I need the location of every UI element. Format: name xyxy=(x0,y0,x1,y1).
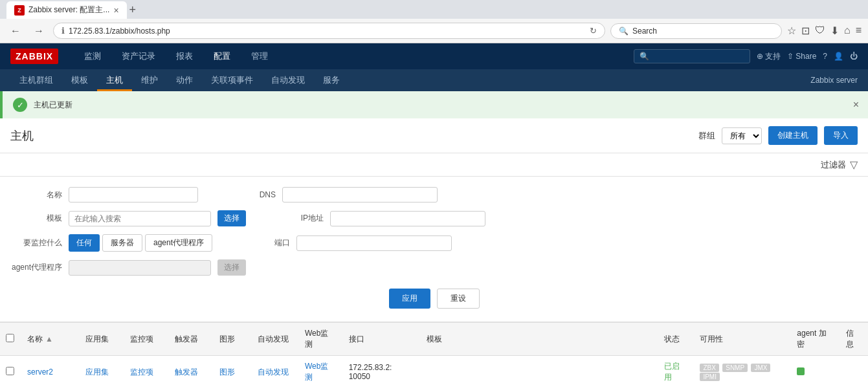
th-status: 状态 xyxy=(656,323,692,356)
app-link[interactable]: 应用集 xyxy=(85,367,109,377)
filter-agent-field: agent代理程序 选择 xyxy=(10,259,246,276)
browser-search-icon: 🔍 xyxy=(619,27,629,36)
subnav-discovery[interactable]: 自动发现 xyxy=(262,69,314,91)
share-label: Share xyxy=(796,52,816,61)
success-icon: ✓ xyxy=(13,98,27,112)
reset-btn[interactable]: 重设 xyxy=(437,289,480,309)
help-btn[interactable]: ? xyxy=(823,52,827,61)
jmx-badge: JMX xyxy=(751,364,770,372)
template-input[interactable] xyxy=(69,211,211,226)
hosts-table: 名称▲ 应用集 监控项 触发器 图形 自动发现 Web监测 接口 模板 状态 可… xyxy=(0,323,868,383)
filter-bar: 过滤器 ▽ xyxy=(0,153,868,177)
nav-reports[interactable]: 报表 xyxy=(166,43,203,69)
nav-assets[interactable]: 资产记录 xyxy=(111,43,166,69)
subnav-maintenance[interactable]: 维护 xyxy=(132,69,167,91)
monitor-server-btn[interactable]: 服务器 xyxy=(102,234,142,252)
encrypt-badge xyxy=(797,367,805,375)
subnav-right-label: Zabbix server xyxy=(810,76,858,85)
menu-icon[interactable]: ≡ xyxy=(856,25,862,37)
import-btn[interactable]: 导入 xyxy=(824,126,858,145)
sub-nav: 主机群组 模板 主机 维护 动作 关联项事件 自动发现 服务 Zabbix se… xyxy=(0,69,868,91)
th-web: Web监测 xyxy=(297,323,341,356)
row-trigger-cell: 触发器 xyxy=(167,356,212,384)
banner-close-btn[interactable]: × xyxy=(853,99,859,111)
th-name[interactable]: 名称▲ xyxy=(19,323,78,356)
graph-link[interactable]: 图形 xyxy=(219,367,235,377)
row-discovery-cell: 自动发现 xyxy=(250,356,297,384)
subnav-hosts[interactable]: 主机 xyxy=(97,69,132,91)
dns-input[interactable] xyxy=(282,187,438,202)
subnav-actions[interactable]: 动作 xyxy=(167,69,202,91)
row-checkbox[interactable] xyxy=(6,367,14,375)
url-text: 172.25.83.1/zabbix/hosts.php xyxy=(69,27,586,36)
apply-btn[interactable]: 应用 xyxy=(389,289,430,309)
browser-search-bar[interactable]: 🔍 Search xyxy=(610,23,782,39)
th-agent-encrypt: agent 加密 xyxy=(789,323,838,356)
filter-label: 过滤器 xyxy=(821,159,846,171)
app-search[interactable]: 🔍 xyxy=(634,49,750,63)
power-btn[interactable]: ⏻ xyxy=(850,52,858,61)
star-icon[interactable]: ☆ xyxy=(787,25,796,37)
port-input[interactable] xyxy=(296,235,452,251)
banner-message: 主机已更新 xyxy=(34,100,72,111)
filter-icon[interactable]: ▽ xyxy=(850,159,858,171)
status-badge: 已启用 xyxy=(664,362,680,382)
share-btn[interactable]: ⇧ Share xyxy=(787,52,816,61)
nav-monitor[interactable]: 监测 xyxy=(74,43,111,69)
tab-close-btn[interactable]: × xyxy=(113,6,118,15)
monitor-radio-group: 任何 服务器 agent代理程序 xyxy=(69,234,212,252)
subnav-services[interactable]: 服务 xyxy=(314,69,349,91)
user-btn[interactable]: 👤 xyxy=(834,52,843,61)
host-name-link[interactable]: server2 xyxy=(27,367,53,377)
select-all-checkbox[interactable] xyxy=(6,334,14,342)
support-btn[interactable]: ⊕ 支持 xyxy=(757,51,781,62)
support-label: 支持 xyxy=(765,51,781,62)
browser-tab[interactable]: Z Zabbix server: 配置主... × xyxy=(6,1,127,19)
subnav-templates[interactable]: 模板 xyxy=(62,69,97,91)
th-availability: 可用性 xyxy=(692,323,789,356)
app-search-icon: 🔍 xyxy=(640,52,649,61)
filter-row-4: agent代理程序 选择 xyxy=(10,259,858,276)
success-banner: ✓ 主机已更新 × xyxy=(0,91,868,118)
ip-input[interactable] xyxy=(330,211,485,226)
agent-input[interactable] xyxy=(69,260,211,276)
nav-admin[interactable]: 管理 xyxy=(241,43,278,69)
main-nav: 监测 资产记录 报表 配置 管理 xyxy=(74,43,278,69)
nav-config[interactable]: 配置 xyxy=(203,43,241,69)
share-icon: ⇧ xyxy=(787,52,794,61)
filter-row-2: 模板 选择 IP地址 xyxy=(10,210,858,226)
monitor-link[interactable]: 监控项 xyxy=(130,367,153,377)
home-icon[interactable]: ⌂ xyxy=(844,25,851,37)
name-input[interactable] xyxy=(69,187,198,202)
info-icon: ℹ xyxy=(61,26,65,36)
template-select-btn[interactable]: 选择 xyxy=(217,210,246,226)
new-tab-button[interactable]: + xyxy=(129,3,137,17)
th-checkbox xyxy=(0,323,19,356)
discovery-link[interactable]: 自动发现 xyxy=(258,367,289,377)
header-right: 🔍 ⊕ 支持 ⇧ Share ? 👤 ⏻ xyxy=(634,49,858,63)
row-template-cell xyxy=(419,356,656,384)
download-icon[interactable]: ⬇ xyxy=(830,25,839,37)
page-actions: 群组 所有 创建主机 导入 xyxy=(698,126,858,145)
create-host-btn[interactable]: 创建主机 xyxy=(768,126,818,145)
web-link[interactable]: Web监测 xyxy=(305,362,328,382)
back-button[interactable]: ← xyxy=(6,24,25,38)
subnav-events[interactable]: 关联项事件 xyxy=(202,69,262,91)
group-select[interactable]: 所有 xyxy=(722,127,762,144)
subnav-hostgroups[interactable]: 主机群组 xyxy=(10,69,62,91)
reload-icon[interactable]: ↻ xyxy=(590,26,597,36)
row-monitor-cell: 监控项 xyxy=(122,356,167,384)
row-interface-cell: 172.25.83.2: 10050 xyxy=(341,356,419,384)
trigger-link[interactable]: 触发器 xyxy=(175,367,198,377)
filter-port-field: 端口 xyxy=(238,235,452,251)
url-bar[interactable]: ℹ 172.25.83.1/zabbix/hosts.php ↻ xyxy=(53,23,605,39)
monitor-agent-btn[interactable]: agent代理程序 xyxy=(145,234,212,252)
forward-button[interactable]: → xyxy=(30,24,48,38)
filter-dns-field: DNS xyxy=(224,187,438,202)
filter-template-field: 模板 选择 xyxy=(10,210,246,226)
profile-icon[interactable]: ⊡ xyxy=(801,25,810,37)
monitor-any-btn[interactable]: 任何 xyxy=(69,234,100,252)
ip-label: IP地址 xyxy=(272,213,324,224)
agent-label: agent代理程序 xyxy=(10,262,62,273)
shield-icon[interactable]: 🛡 xyxy=(815,25,825,37)
